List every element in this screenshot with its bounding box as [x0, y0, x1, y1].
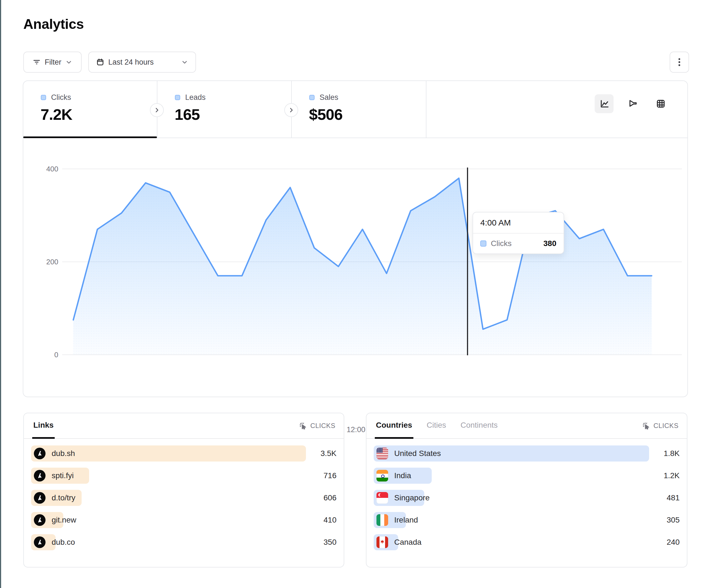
page-title: Analytics: [23, 16, 84, 32]
tab-cities[interactable]: Cities: [426, 413, 447, 439]
area-chart-canvas: [23, 81, 689, 398]
row-label: Canada: [394, 538, 422, 547]
row-label: Singapore: [394, 493, 430, 502]
countries-panel: Countries Cities Continents CLICKS Unite…: [366, 413, 687, 567]
chevron-right-icon: [288, 107, 295, 114]
row-value: 305: [667, 516, 680, 524]
filter-button-label: Filter: [45, 58, 61, 67]
list-item[interactable]: Ireland 305: [374, 512, 680, 528]
date-range-label: Last 24 hours: [108, 58, 154, 67]
row-value: 240: [667, 538, 680, 547]
countries-metric-header[interactable]: CLICKS: [642, 413, 678, 438]
analytics-card: Clicks 7.2K Leads 165 Sales $506: [23, 81, 688, 397]
calendar-icon: [96, 58, 104, 66]
row-value: 481: [667, 493, 680, 502]
row-label: United States: [394, 449, 441, 458]
window-edge-accent: [0, 0, 1, 588]
y-axis-tick: 400: [33, 165, 58, 173]
row-label: spti.fyi: [52, 471, 73, 480]
row-value: 350: [323, 538, 337, 547]
chevron-down-icon: [65, 59, 72, 66]
row-value: 716: [323, 471, 337, 480]
list-item[interactable]: d.to/try 606: [31, 490, 337, 506]
links-metric-header[interactable]: CLICKS: [299, 413, 336, 438]
dub-logo-icon: [34, 514, 45, 526]
row-value: 3.5K: [320, 449, 337, 458]
row-value: 410: [323, 516, 337, 524]
row-value: 606: [323, 493, 337, 502]
filter-icon: [33, 58, 41, 66]
filter-button[interactable]: Filter: [23, 51, 82, 73]
date-range-button[interactable]: Last 24 hours: [88, 51, 196, 73]
tab-continents[interactable]: Continents: [459, 413, 499, 439]
links-panel: Links CLICKS dub.sh 3.5K spti.fyi 716 d.…: [23, 413, 344, 567]
clicks-time-series-chart[interactable]: 02004004:00 PM8:00 PM12:00 AM4:00 AM8:00…: [23, 138, 689, 398]
row-value: 1.8K: [664, 449, 680, 458]
row-value: 1.2K: [664, 471, 680, 480]
dub-logo-icon: [34, 537, 45, 548]
dub-logo-icon: [34, 492, 45, 504]
row-label: Ireland: [394, 516, 418, 524]
dub-logo-icon: [34, 470, 45, 481]
ie-flag-icon: [376, 514, 388, 526]
chevron-right-icon: [153, 107, 160, 114]
us-flag-icon: [376, 448, 388, 459]
row-label: git.new: [52, 516, 76, 524]
sg-flag-icon: [376, 492, 388, 504]
tab-links[interactable]: Links: [32, 413, 55, 439]
in-flag-icon: [376, 470, 388, 481]
metric-label: CLICKS: [310, 422, 336, 430]
row-label: dub.sh: [52, 449, 75, 458]
tab-countries[interactable]: Countries: [375, 413, 413, 439]
ca-flag-icon: [376, 537, 388, 548]
expand-leads-button[interactable]: [284, 103, 298, 117]
metric-label: CLICKS: [653, 422, 678, 430]
list-item[interactable]: spti.fyi 716: [31, 468, 337, 484]
kebab-icon: [675, 58, 684, 67]
list-item[interactable]: git.new 410: [31, 512, 337, 528]
tooltip-time: 4:00 AM: [473, 212, 564, 233]
list-item[interactable]: dub.co 350: [31, 534, 337, 550]
chart-crosshair: [467, 167, 468, 355]
y-axis-tick: 0: [33, 350, 58, 359]
row-label: d.to/try: [52, 493, 76, 502]
tooltip-series-label: Clicks: [491, 239, 512, 248]
list-item[interactable]: Singapore 481: [374, 490, 680, 506]
clicks-legend-chip: [480, 241, 487, 247]
list-item[interactable]: United States 1.8K: [374, 446, 680, 461]
tooltip-value: 380: [543, 239, 556, 248]
more-options-button[interactable]: [670, 51, 689, 73]
row-label: dub.co: [52, 538, 75, 547]
chevron-down-icon: [181, 59, 188, 66]
list-item[interactable]: Canada 240: [374, 534, 680, 550]
cursor-click-icon: [299, 422, 307, 430]
y-axis-tick: 200: [33, 258, 58, 266]
cursor-click-icon: [642, 422, 650, 430]
chart-tooltip: 4:00 AM Clicks 380: [473, 212, 564, 254]
list-item[interactable]: India 1.2K: [374, 468, 680, 484]
list-item[interactable]: dub.sh 3.5K: [31, 446, 337, 461]
dub-logo-icon: [34, 448, 45, 459]
expand-clicks-button[interactable]: [150, 103, 164, 117]
row-label: India: [394, 471, 411, 480]
